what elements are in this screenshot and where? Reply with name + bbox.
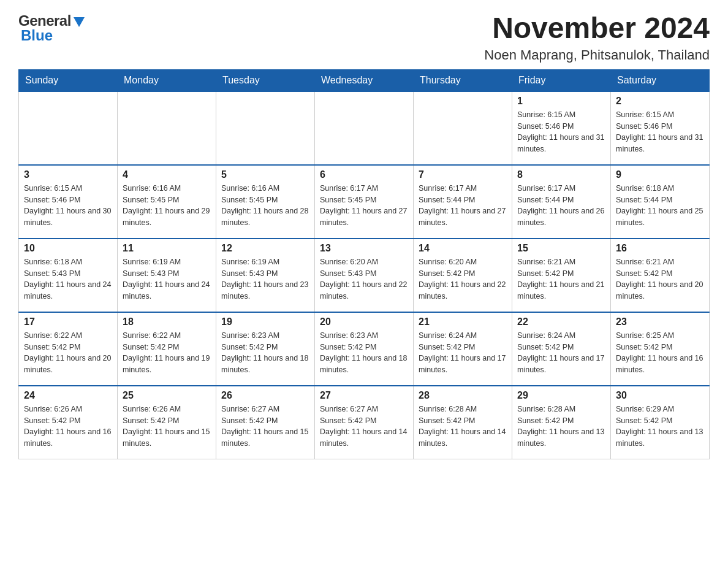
calendar-day-cell: 15Sunrise: 6:21 AMSunset: 5:42 PMDayligh… [512,239,611,312]
svg-marker-0 [74,17,85,27]
day-info: Sunrise: 6:27 AMSunset: 5:42 PMDaylight:… [320,404,408,450]
day-of-week-header: Thursday [414,69,512,91]
day-info: Sunrise: 6:23 AMSunset: 5:42 PMDaylight:… [320,330,408,376]
calendar-day-cell: 27Sunrise: 6:27 AMSunset: 5:42 PMDayligh… [315,386,414,459]
calendar-day-cell: 2Sunrise: 6:15 AMSunset: 5:46 PMDaylight… [611,91,710,165]
day-number: 20 [320,316,408,327]
day-number: 8 [517,169,605,180]
day-info: Sunrise: 6:19 AMSunset: 5:43 PMDaylight:… [221,256,309,302]
calendar-day-cell: 3Sunrise: 6:15 AMSunset: 5:46 PMDaylight… [19,165,118,239]
day-number: 1 [517,96,605,107]
logo: General Blue [18,12,86,44]
day-of-week-header: Saturday [611,69,710,91]
day-of-week-header: Tuesday [216,69,315,91]
day-info: Sunrise: 6:16 AMSunset: 5:45 PMDaylight:… [221,183,309,229]
calendar-week-row: 24Sunrise: 6:26 AMSunset: 5:42 PMDayligh… [19,386,710,459]
day-number: 15 [517,243,605,254]
calendar-day-cell: 29Sunrise: 6:28 AMSunset: 5:42 PMDayligh… [512,386,611,459]
day-number: 7 [419,169,507,180]
calendar-day-cell: 12Sunrise: 6:19 AMSunset: 5:43 PMDayligh… [216,239,315,312]
day-number: 12 [221,243,309,254]
day-number: 29 [517,390,605,401]
day-info: Sunrise: 6:20 AMSunset: 5:43 PMDaylight:… [320,256,408,302]
calendar-day-cell [19,91,118,165]
day-info: Sunrise: 6:17 AMSunset: 5:44 PMDaylight:… [419,183,507,229]
day-info: Sunrise: 6:15 AMSunset: 5:46 PMDaylight:… [24,183,112,229]
calendar-day-cell: 18Sunrise: 6:22 AMSunset: 5:42 PMDayligh… [118,312,216,386]
day-info: Sunrise: 6:19 AMSunset: 5:43 PMDaylight:… [123,256,211,302]
location-subtitle: Noen Maprang, Phitsanulok, Thailand [484,47,710,63]
calendar-day-cell: 21Sunrise: 6:24 AMSunset: 5:42 PMDayligh… [414,312,512,386]
day-number: 3 [24,169,112,180]
day-info: Sunrise: 6:18 AMSunset: 5:44 PMDaylight:… [616,183,704,229]
day-number: 30 [616,390,704,401]
calendar-day-cell: 26Sunrise: 6:27 AMSunset: 5:42 PMDayligh… [216,386,315,459]
day-of-week-header: Sunday [19,69,118,91]
day-of-week-header: Friday [512,69,611,91]
calendar-day-cell: 22Sunrise: 6:24 AMSunset: 5:42 PMDayligh… [512,312,611,386]
day-info: Sunrise: 6:21 AMSunset: 5:42 PMDaylight:… [616,256,704,302]
day-info: Sunrise: 6:20 AMSunset: 5:42 PMDaylight:… [419,256,507,302]
day-number: 18 [123,316,211,327]
day-info: Sunrise: 6:26 AMSunset: 5:42 PMDaylight:… [24,404,112,450]
day-number: 27 [320,390,408,401]
day-info: Sunrise: 6:29 AMSunset: 5:42 PMDaylight:… [616,404,704,450]
day-info: Sunrise: 6:17 AMSunset: 5:45 PMDaylight:… [320,183,408,229]
day-info: Sunrise: 6:28 AMSunset: 5:42 PMDaylight:… [419,404,507,450]
calendar-day-cell [315,91,414,165]
calendar-table: SundayMondayTuesdayWednesdayThursdayFrid… [18,69,710,460]
title-block: November 2024 Noen Maprang, Phitsanulok,… [484,12,710,63]
calendar-day-cell: 10Sunrise: 6:18 AMSunset: 5:43 PMDayligh… [19,239,118,312]
day-number: 16 [616,243,704,254]
day-info: Sunrise: 6:15 AMSunset: 5:46 PMDaylight:… [517,109,605,155]
day-number: 11 [123,243,211,254]
day-number: 10 [24,243,112,254]
calendar-day-cell: 9Sunrise: 6:18 AMSunset: 5:44 PMDaylight… [611,165,710,239]
day-number: 13 [320,243,408,254]
calendar-day-cell: 14Sunrise: 6:20 AMSunset: 5:42 PMDayligh… [414,239,512,312]
day-info: Sunrise: 6:24 AMSunset: 5:42 PMDaylight:… [419,330,507,376]
calendar-day-cell [118,91,216,165]
calendar-day-cell: 1Sunrise: 6:15 AMSunset: 5:46 PMDaylight… [512,91,611,165]
calendar-day-cell: 23Sunrise: 6:25 AMSunset: 5:42 PMDayligh… [611,312,710,386]
calendar-week-row: 3Sunrise: 6:15 AMSunset: 5:46 PMDaylight… [19,165,710,239]
day-number: 4 [123,169,211,180]
day-of-week-header: Wednesday [315,69,414,91]
calendar-day-cell: 11Sunrise: 6:19 AMSunset: 5:43 PMDayligh… [118,239,216,312]
day-info: Sunrise: 6:22 AMSunset: 5:42 PMDaylight:… [123,330,211,376]
day-info: Sunrise: 6:18 AMSunset: 5:43 PMDaylight:… [24,256,112,302]
calendar-day-cell: 13Sunrise: 6:20 AMSunset: 5:43 PMDayligh… [315,239,414,312]
calendar-week-row: 17Sunrise: 6:22 AMSunset: 5:42 PMDayligh… [19,312,710,386]
day-of-week-header: Monday [118,69,216,91]
calendar-header-row: SundayMondayTuesdayWednesdayThursdayFrid… [19,69,710,91]
day-number: 6 [320,169,408,180]
day-info: Sunrise: 6:24 AMSunset: 5:42 PMDaylight:… [517,330,605,376]
day-number: 24 [24,390,112,401]
calendar-day-cell: 24Sunrise: 6:26 AMSunset: 5:42 PMDayligh… [19,386,118,459]
calendar-week-row: 10Sunrise: 6:18 AMSunset: 5:43 PMDayligh… [19,239,710,312]
day-info: Sunrise: 6:16 AMSunset: 5:45 PMDaylight:… [123,183,211,229]
day-info: Sunrise: 6:25 AMSunset: 5:42 PMDaylight:… [616,330,704,376]
calendar-day-cell: 25Sunrise: 6:26 AMSunset: 5:42 PMDayligh… [118,386,216,459]
calendar-day-cell: 16Sunrise: 6:21 AMSunset: 5:42 PMDayligh… [611,239,710,312]
calendar-day-cell [414,91,512,165]
day-number: 5 [221,169,309,180]
day-number: 2 [616,96,704,107]
calendar-day-cell [216,91,315,165]
calendar-day-cell: 17Sunrise: 6:22 AMSunset: 5:42 PMDayligh… [19,312,118,386]
day-number: 22 [517,316,605,327]
day-number: 28 [419,390,507,401]
calendar-day-cell: 7Sunrise: 6:17 AMSunset: 5:44 PMDaylight… [414,165,512,239]
calendar-day-cell: 19Sunrise: 6:23 AMSunset: 5:42 PMDayligh… [216,312,315,386]
calendar-week-row: 1Sunrise: 6:15 AMSunset: 5:46 PMDaylight… [19,91,710,165]
logo-blue-text: Blue [21,27,53,44]
day-number: 21 [419,316,507,327]
day-info: Sunrise: 6:27 AMSunset: 5:42 PMDaylight:… [221,404,309,450]
day-number: 17 [24,316,112,327]
day-info: Sunrise: 6:22 AMSunset: 5:42 PMDaylight:… [24,330,112,376]
day-info: Sunrise: 6:15 AMSunset: 5:46 PMDaylight:… [616,109,704,155]
calendar-day-cell: 30Sunrise: 6:29 AMSunset: 5:42 PMDayligh… [611,386,710,459]
calendar-day-cell: 5Sunrise: 6:16 AMSunset: 5:45 PMDaylight… [216,165,315,239]
day-number: 14 [419,243,507,254]
calendar-day-cell: 20Sunrise: 6:23 AMSunset: 5:42 PMDayligh… [315,312,414,386]
